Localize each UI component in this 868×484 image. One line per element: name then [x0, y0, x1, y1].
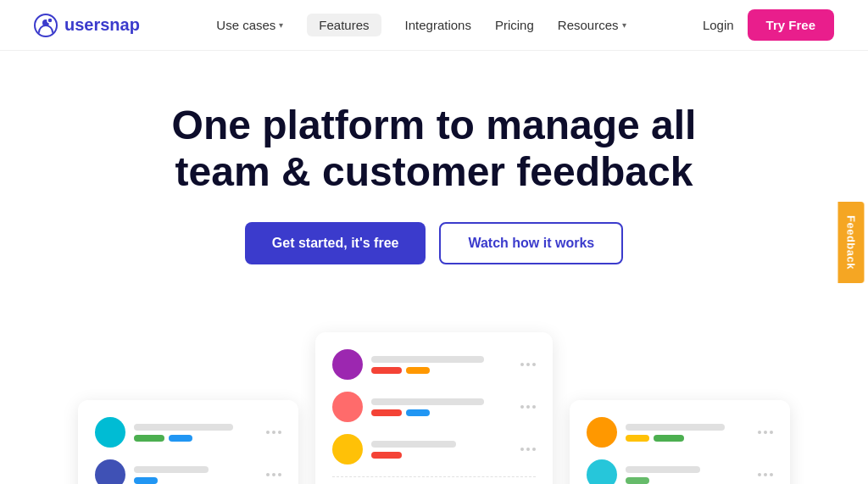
tag-orange	[406, 367, 430, 374]
tag-green	[626, 477, 649, 484]
tags	[134, 435, 258, 442]
avatar	[332, 392, 363, 422]
line	[134, 466, 209, 473]
tag-yellow	[626, 435, 649, 442]
line	[371, 398, 484, 405]
card-lines	[626, 424, 749, 442]
card-ratings: Ratings & customer experience	[570, 400, 790, 484]
card-ideas: Ideas & requests	[78, 400, 298, 484]
tags	[371, 452, 512, 459]
tag-red	[371, 409, 402, 416]
login-button[interactable]: Login	[703, 18, 734, 32]
tag-red	[371, 452, 402, 459]
line	[626, 424, 725, 431]
card-lines	[371, 398, 512, 416]
watch-how-button[interactable]: Watch how it works	[439, 222, 623, 264]
get-started-button[interactable]: Get started, it's free	[245, 222, 426, 264]
tag-blue	[134, 477, 158, 484]
tag-green	[134, 435, 164, 442]
nav-actions: Login Try Free	[703, 9, 834, 41]
logo[interactable]: usersnap	[34, 14, 140, 37]
feedback-tab[interactable]: Feedback	[838, 202, 865, 283]
try-free-button[interactable]: Try Free	[748, 9, 834, 41]
avatar	[332, 349, 363, 380]
svg-point-2	[47, 18, 53, 23]
tag-blue	[169, 435, 192, 442]
nav-features[interactable]: Features	[307, 14, 381, 36]
tag-green	[654, 435, 684, 442]
card-label: Bugs & issues	[332, 476, 536, 484]
card-row	[332, 349, 536, 380]
chevron-down-icon: ▾	[622, 20, 626, 30]
hero-section: One platform to manage all team & custom…	[0, 51, 868, 332]
dots-menu	[520, 448, 536, 451]
dots-menu	[520, 405, 536, 409]
card-lines	[626, 466, 749, 484]
chevron-down-icon: ▾	[279, 20, 283, 30]
dots-menu	[266, 431, 281, 434]
nav-integrations[interactable]: Integrations	[405, 18, 471, 32]
line	[134, 424, 233, 431]
avatar	[95, 417, 125, 448]
avatar	[587, 417, 617, 448]
navbar: usersnap Use cases ▾ Features Integratio…	[0, 0, 868, 51]
avatar	[587, 459, 617, 484]
nav-resources[interactable]: Resources ▾	[558, 18, 626, 32]
tag-red	[371, 367, 402, 374]
dots-menu	[266, 473, 281, 476]
nav-links: Use cases ▾ Features Integrations Pricin…	[216, 14, 626, 36]
tag-blue	[406, 409, 430, 416]
card-lines	[371, 441, 512, 459]
tags	[626, 435, 749, 442]
cards-section: Ideas & requests	[0, 332, 868, 484]
hero-heading: One platform to manage all team & custom…	[137, 102, 731, 195]
dots-menu	[520, 363, 536, 366]
line	[626, 466, 700, 473]
dots-menu	[758, 473, 773, 476]
nav-pricing[interactable]: Pricing	[495, 18, 534, 32]
line	[371, 441, 456, 448]
nav-use-cases[interactable]: Use cases ▾	[216, 18, 283, 32]
card-lines	[134, 466, 258, 484]
card-row	[587, 417, 773, 448]
card-lines	[371, 356, 512, 374]
dots-menu	[758, 431, 773, 434]
tags	[371, 367, 512, 374]
line	[371, 356, 484, 363]
hero-buttons: Get started, it's free Watch how it work…	[17, 222, 851, 264]
tags	[371, 409, 512, 416]
brand-name: usersnap	[64, 15, 140, 35]
card-row	[95, 417, 281, 448]
avatar	[95, 459, 125, 484]
card-bugs: Bugs & issues	[315, 332, 553, 484]
card-row	[587, 459, 773, 484]
avatar	[332, 434, 363, 465]
card-row	[95, 459, 281, 484]
tags	[626, 477, 749, 484]
card-lines	[134, 424, 258, 442]
card-row	[332, 434, 536, 465]
card-row	[332, 392, 536, 422]
tags	[134, 477, 258, 484]
